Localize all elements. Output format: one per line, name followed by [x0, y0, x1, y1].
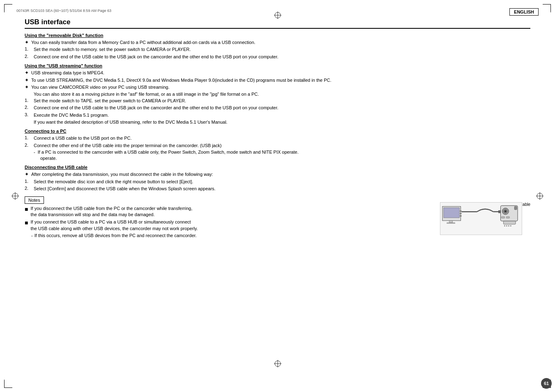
- cross-icon-1: ✦: [25, 39, 29, 45]
- dash-icon-2: -: [31, 233, 33, 238]
- connecting-sub1-cont: operate.: [40, 155, 530, 161]
- usb-streaming-bullet1-text: USB streaming data type is MPEG4.: [31, 70, 530, 76]
- section-connecting-header: Connecting to a PC: [25, 129, 530, 134]
- note-item-1: ■ If you disconnect the USB cable from t…: [25, 205, 436, 218]
- note-2-line2: the USB cable along with other USB devic…: [30, 226, 198, 231]
- connecting-step2-text: Connect the other end of the USB cable i…: [34, 143, 530, 149]
- usb-diagram-svg: [440, 202, 522, 235]
- svg-rect-18: [447, 223, 455, 224]
- step-num-8: 1.: [25, 179, 34, 184]
- disconnecting-step2: 2. Select [Confirm] and disconnect the U…: [25, 186, 530, 192]
- section-disconnecting-header: Disconnecting the USB cable: [25, 165, 530, 170]
- page-title: USB interface: [25, 18, 530, 29]
- disconnecting-bullet1-text: After completing the data transmission, …: [31, 171, 530, 178]
- svg-point-30: [504, 225, 505, 226]
- usb-streaming-step1-text: Set the mode switch to TAPE. set the pow…: [34, 98, 530, 104]
- english-badge: ENGLISH: [509, 8, 539, 16]
- svg-rect-28: [506, 217, 509, 218]
- connecting-step2: 2. Connect the other end of the USB cabl…: [25, 143, 530, 149]
- dash-icon-1: -: [34, 150, 35, 154]
- usb-streaming-note: If you want the detailed description of …: [34, 119, 530, 125]
- step-num-6: 1.: [25, 135, 34, 140]
- header-area: 00743R SCD103 SEA (60~107) 5/31/04 8:59 …: [16, 8, 539, 16]
- svg-rect-13: [444, 208, 460, 218]
- svg-rect-14: [460, 210, 462, 212]
- connecting-step1-text: Connect a USB cable to the USB port on t…: [34, 135, 530, 141]
- section-usb-streaming-header: Using the "USB streaming" function: [25, 63, 530, 68]
- cross-icon-4: ✦: [25, 84, 29, 90]
- removable-disk-step1-text: Set the mode switch to memory. set the p…: [34, 46, 530, 53]
- svg-point-32: [508, 225, 509, 226]
- usb-streaming-step3-text: Execute the DVC Media 5.1 program.: [34, 112, 530, 118]
- usb-streaming-step2-text: Connect one end of the USB cable to the …: [34, 105, 530, 111]
- connecting-step1: 1. Connect a USB cable to the USB port o…: [25, 135, 530, 141]
- usb-streaming-step3: 3. Execute the DVC Media 5.1 program.: [25, 112, 530, 118]
- notes-diagram-row: Notes ■ If you disconnect the USB cable …: [25, 196, 530, 239]
- step-num-3: 1.: [25, 98, 34, 103]
- step-num-7: 2.: [25, 143, 34, 148]
- main-content: USB interface Using the "removable Disk"…: [16, 18, 539, 239]
- note-2-line1: If you connect the USB cable to a PC via…: [30, 219, 191, 224]
- usb-diagram-image: [440, 202, 522, 235]
- usb-streaming-bullet2-text: To use USB STREAMING, the DVC Media 5.1,…: [31, 77, 530, 83]
- notes-label: Notes: [25, 196, 44, 204]
- removable-disk-step2-text: Connect one end of the USB cable to the …: [34, 54, 530, 60]
- svg-point-33: [510, 225, 511, 226]
- cross-icon-5: ✦: [25, 171, 29, 177]
- note-2-sub-text: If this occurs, remove all USB devices f…: [35, 233, 197, 238]
- usb-streaming-bullet3b: You can also store it as a moving pictur…: [34, 91, 530, 97]
- usb-streaming-bullet3-text: You can view CAMCORDER video on your PC …: [31, 84, 530, 90]
- svg-point-25: [504, 210, 507, 212]
- usb-streaming-step1: 1. Set the mode switch to TAPE. set the …: [25, 98, 530, 104]
- svg-rect-17: [449, 221, 453, 223]
- note-bullet-2: ■: [25, 219, 28, 226]
- disconnecting-step2-text: Select [Confirm] and disconnect the USB …: [34, 186, 530, 192]
- step-num-5: 3.: [25, 112, 34, 117]
- svg-rect-29: [503, 221, 516, 224]
- page-container: 00743R SCD103 SEA (60~107) 5/31/04 8:59 …: [0, 0, 555, 392]
- disconnecting-bullet1: ✦ After completing the data transmission…: [25, 171, 530, 178]
- svg-rect-15: [460, 213, 462, 214]
- svg-point-31: [506, 225, 507, 226]
- disconnecting-step1: 1. Select the removable disc icon and cl…: [25, 179, 530, 185]
- note-bullet-1: ■: [25, 205, 28, 213]
- page-number-badge: 61: [541, 378, 552, 389]
- diagram-area: USB Cable: [440, 196, 530, 235]
- usb-streaming-step2: 2. Connect one end of the USB cable to t…: [25, 105, 530, 111]
- doc-info: 00743R SCD103 SEA (60~107) 5/31/04 8:59 …: [16, 8, 111, 14]
- connecting-sub1: - If a PC is connected to the camcorder …: [34, 150, 530, 154]
- note-1-line2: the data transmission will stop and the …: [30, 212, 154, 217]
- usb-streaming-bullet1: ✦ USB streaming data type is MPEG4.: [25, 70, 530, 76]
- cross-icon-2: ✦: [25, 70, 29, 76]
- removable-disk-step1: 1. Set the mode switch to memory. set th…: [25, 46, 530, 53]
- removable-disk-step2: 2. Connect one end of the USB cable to t…: [25, 54, 530, 60]
- disconnecting-step1-text: Select the removable disc icon and click…: [34, 179, 530, 185]
- connecting-sub1-text: If a PC is connected to the camcorder wi…: [38, 150, 299, 154]
- step-num-9: 2.: [25, 186, 34, 191]
- note-2-sub: - If this occurs, remove all USB devices…: [31, 233, 436, 238]
- notes-section: Notes ■ If you disconnect the USB cable …: [25, 196, 436, 239]
- removable-disk-bullet1: ✦ You can easily transfer data from a Me…: [25, 39, 530, 46]
- step-num-4: 2.: [25, 105, 34, 110]
- step-num-1: 1.: [25, 46, 34, 51]
- note-item-2: ■ If you connect the USB cable to a PC v…: [25, 219, 436, 232]
- svg-rect-16: [460, 215, 462, 217]
- usb-streaming-bullet3: ✦ You can view CAMCORDER video on your P…: [25, 84, 530, 90]
- cross-icon-3: ✦: [25, 77, 29, 83]
- step-num-2: 2.: [25, 54, 34, 59]
- removable-disk-bullet1-text: You can easily transfer data from a Memo…: [31, 39, 530, 46]
- note-1-text: If you disconnect the USB cable from the…: [30, 205, 436, 218]
- section-removable-disk-header: Using the "removable Disk" function: [25, 33, 530, 38]
- usb-streaming-bullet2: ✦ To use USB STREAMING, the DVC Media 5.…: [25, 77, 530, 83]
- svg-rect-27: [502, 217, 505, 218]
- svg-rect-26: [514, 206, 517, 210]
- note-1-line1: If you disconnect the USB cable from the…: [30, 206, 192, 211]
- note-2-text: If you connect the USB cable to a PC via…: [30, 219, 436, 232]
